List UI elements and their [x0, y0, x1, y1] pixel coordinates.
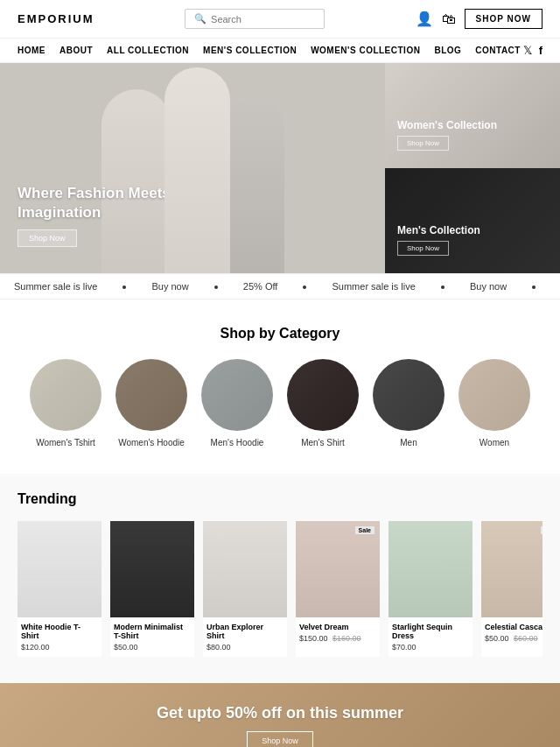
- mens-collection-title: Men's Collection: [397, 224, 480, 236]
- product-name-4: Velvet Dream: [299, 623, 376, 631]
- category-item-womens-tshirt[interactable]: Women's Tshirt: [30, 359, 102, 447]
- social-icons: 𝕏 f: [523, 44, 542, 57]
- product-image-1: [18, 521, 102, 617]
- category-circle-5: [373, 359, 444, 431]
- product-card-6[interactable]: Sale Celestial Cascade $50.00 $60.00: [481, 521, 542, 657]
- search-icon: 🔍: [194, 13, 206, 25]
- product-info-2: Modern Minimalist T-Shirt $50.00: [110, 617, 194, 657]
- nav-about[interactable]: ABOUT: [60, 46, 93, 55]
- nav-all-collection[interactable]: ALL COLLECTION: [107, 46, 189, 55]
- category-label-3: Men's Hoodie: [211, 438, 264, 447]
- category-title: Shop by Category: [18, 326, 542, 342]
- womens-collection-panel: Women's Collection Shop Now: [385, 63, 560, 168]
- category-label-2: Women's Hoodie: [118, 438, 185, 447]
- category-label-1: Women's Tshirt: [36, 438, 95, 447]
- category-circle-6: [458, 359, 530, 431]
- mens-shop-button[interactable]: Shop Now: [397, 241, 449, 256]
- summer-banner-content: Get upto 50% off on this summer Shop Now: [157, 704, 403, 748]
- womens-collection-title: Women's Collection: [397, 119, 497, 131]
- womens-collection-image: [385, 63, 560, 168]
- facebook-icon[interactable]: f: [539, 44, 542, 57]
- category-label-5: Men: [400, 438, 416, 447]
- product-info-1: White Hoodie T-Shirt $120.00: [18, 617, 102, 657]
- nav-blog[interactable]: BLOG: [434, 46, 461, 55]
- category-item-men[interactable]: Men: [373, 359, 444, 447]
- category-image-4: [287, 359, 359, 431]
- nav-womens-collection[interactable]: WOMEN'S COLLECTION: [311, 46, 420, 55]
- sale-badge-6: Sale: [541, 526, 542, 534]
- ticker-bar: Summer sale is live Buy now 25% Off Summ…: [0, 273, 560, 300]
- nav-mens-collection[interactable]: MEN'S COLLECTION: [203, 46, 297, 55]
- ticker-content: Summer sale is live Buy now 25% Off Summ…: [0, 281, 560, 292]
- product-price-6: $50.00 $60.00: [485, 634, 542, 643]
- product-name-6: Celestial Cascade: [485, 623, 542, 631]
- product-name-2: Modern Minimalist T-Shirt: [114, 623, 191, 640]
- hero-figure-2: [164, 67, 230, 273]
- header: EMPORIUM 🔍 👤 🛍 SHOP NOW: [0, 0, 560, 39]
- category-circle-4: [287, 359, 359, 431]
- category-item-mens-shirt[interactable]: Men's Shirt: [287, 359, 359, 447]
- product-info-6: Celestial Cascade $50.00 $60.00: [481, 617, 542, 648]
- product-old-price-6: $60.00: [514, 634, 538, 643]
- nav-home[interactable]: HOME: [18, 46, 46, 55]
- product-card-5[interactable]: Starlight Sequin Dress $70.00: [388, 521, 472, 657]
- product-price-3: $80.00: [206, 643, 284, 652]
- mens-collection-image: [385, 168, 560, 273]
- search-input[interactable]: [211, 14, 315, 25]
- mens-collection-label: Men's Collection Shop Now: [397, 224, 480, 256]
- womens-collection-label: Women's Collection Shop Now: [397, 119, 497, 151]
- hero-section: Where Fashion Meets Imagination Shop Now…: [0, 63, 560, 273]
- category-image-5: [373, 359, 444, 431]
- trending-title: Trending: [18, 491, 542, 507]
- summer-banner-text: Get upto 50% off on this summer: [157, 704, 403, 722]
- product-card-4[interactable]: Sale Velvet Dream $150.00 $160.00: [296, 521, 380, 657]
- header-shop-now-button[interactable]: SHOP NOW: [465, 9, 542, 29]
- search-bar[interactable]: 🔍: [185, 9, 325, 29]
- product-old-price-4: $160.00: [332, 634, 361, 643]
- summer-shop-button[interactable]: Shop Now: [247, 731, 313, 748]
- category-image-1: [30, 359, 102, 431]
- category-item-women[interactable]: Women: [458, 359, 530, 447]
- category-section: Shop by Category Women's Tshirt Women's …: [0, 300, 560, 474]
- product-price-4: $150.00 $160.00: [299, 634, 376, 643]
- user-icon[interactable]: 👤: [416, 11, 433, 27]
- product-price-5: $70.00: [392, 643, 469, 652]
- product-image-3: [203, 521, 287, 617]
- sale-badge-4: Sale: [355, 526, 374, 534]
- category-image-2: [116, 359, 187, 431]
- product-image-4: [296, 521, 380, 617]
- product-image-5: [388, 521, 472, 617]
- product-card-1[interactable]: White Hoodie T-Shirt $120.00: [18, 521, 102, 657]
- logo: EMPORIUM: [18, 12, 94, 25]
- product-name-1: White Hoodie T-Shirt: [21, 623, 98, 640]
- hero-right: Women's Collection Shop Now Men's Collec…: [385, 63, 560, 273]
- cart-icon[interactable]: 🛍: [442, 11, 456, 27]
- product-image-2: [110, 521, 194, 617]
- product-info-5: Starlight Sequin Dress $70.00: [388, 617, 472, 657]
- hero-main: Where Fashion Meets Imagination Shop Now: [0, 63, 385, 273]
- products-grid: White Hoodie T-Shirt $120.00 Modern Mini…: [18, 521, 542, 657]
- category-circle-2: [116, 359, 187, 431]
- category-item-womens-hoodie[interactable]: Women's Hoodie: [116, 359, 187, 447]
- twitter-icon[interactable]: 𝕏: [523, 44, 532, 57]
- womens-shop-button[interactable]: Shop Now: [397, 136, 449, 151]
- category-circle-1: [30, 359, 102, 431]
- product-card-2[interactable]: Modern Minimalist T-Shirt $50.00: [110, 521, 194, 657]
- product-info-4: Velvet Dream $150.00 $160.00: [296, 617, 380, 648]
- nav-links: HOME ABOUT ALL COLLECTION MEN'S COLLECTI…: [18, 46, 521, 55]
- product-name-5: Starlight Sequin Dress: [392, 623, 469, 640]
- category-item-mens-hoodie[interactable]: Men's Hoodie: [201, 359, 273, 447]
- product-info-3: Urban Explorer Shirt $80.00: [203, 617, 287, 657]
- product-card-3[interactable]: Urban Explorer Shirt $80.00: [203, 521, 287, 657]
- category-image-3: [201, 359, 273, 431]
- nav-contact[interactable]: CONTACT: [475, 46, 521, 55]
- mens-collection-panel: Men's Collection Shop Now: [385, 168, 560, 273]
- category-label-4: Men's Shirt: [301, 438, 345, 447]
- summer-sale-banner: Get upto 50% off on this summer Shop Now: [0, 683, 560, 747]
- header-icons: 👤 🛍 SHOP NOW: [416, 9, 542, 29]
- hero-main-shop-button[interactable]: Shop Now: [18, 229, 77, 247]
- category-circle-3: [201, 359, 273, 431]
- main-nav: HOME ABOUT ALL COLLECTION MEN'S COLLECTI…: [0, 39, 560, 63]
- trending-section: Trending White Hoodie T-Shirt $120.00 Mo…: [0, 474, 560, 683]
- product-price-1: $120.00: [21, 643, 98, 652]
